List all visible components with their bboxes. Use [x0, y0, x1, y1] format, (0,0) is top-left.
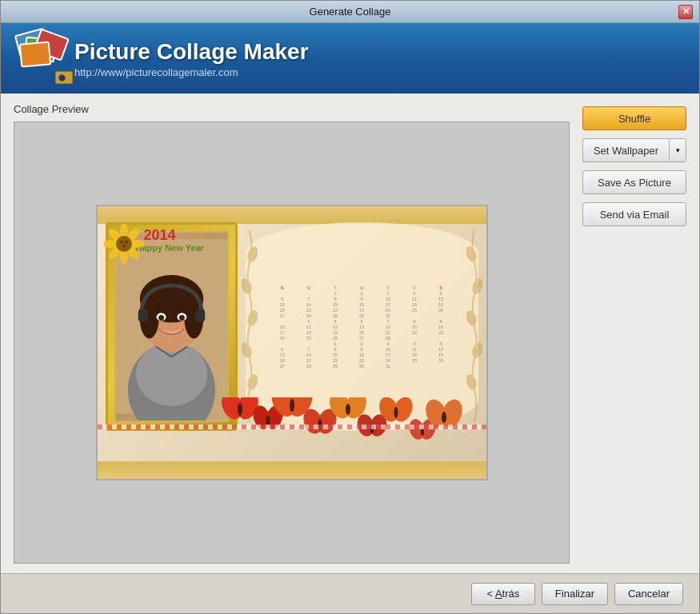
- preview-panel: Collage Preview: [14, 103, 570, 564]
- svg-point-24: [125, 241, 128, 244]
- cal-day-t1: T: [322, 285, 348, 290]
- cal-day-s1: S: [270, 285, 295, 290]
- svg-point-27: [242, 277, 254, 296]
- svg-point-26: [245, 245, 257, 264]
- svg-point-62: [442, 412, 446, 423]
- svg-point-11: [178, 315, 184, 321]
- vine-left-svg: [242, 230, 258, 422]
- window: Generate Collage ✕ Picture Collage Maker…: [0, 0, 700, 614]
- header-text: Picture Collage Maker http://www/picture…: [74, 38, 309, 79]
- bottom-decorative-strip: [98, 461, 486, 479]
- cal-day-t2: T: [375, 285, 401, 290]
- finalize-button[interactable]: Finalizar: [542, 583, 608, 605]
- cal-day-m: M: [296, 285, 322, 290]
- svg-rect-13: [195, 309, 205, 322]
- preview-label: Collage Preview: [14, 103, 570, 115]
- logo-camera-lens: [58, 74, 66, 82]
- shuffle-button[interactable]: Shuffle: [582, 106, 686, 130]
- wallpaper-wrapper: Set Wallpaper ▾: [582, 138, 686, 162]
- collage-image: 2014 Happy New Year: [96, 205, 488, 480]
- svg-point-56: [394, 407, 398, 418]
- titlebar: Generate Collage ✕: [1, 1, 699, 23]
- sunflower-decoration: [104, 224, 144, 266]
- app-url: http://www/picturecollagemaler.com: [74, 66, 309, 78]
- svg-point-34: [470, 341, 482, 360]
- collage-background: 2014 Happy New Year: [98, 206, 486, 479]
- vine-right-svg: [466, 230, 482, 422]
- svg-point-44: [290, 399, 294, 412]
- svg-point-38: [238, 403, 242, 416]
- footer-bar: < Atrás Finalizar Cancelar: [1, 573, 699, 613]
- action-panel: Shuffle Set Wallpaper ▾ Save As Picture …: [582, 103, 686, 564]
- svg-point-31: [466, 245, 478, 264]
- main-content: Collage Preview: [1, 94, 699, 573]
- app-logo: [17, 31, 74, 86]
- svg-point-23: [120, 241, 123, 244]
- greeting-text: Happy New Year: [136, 243, 204, 253]
- butterfly-decoration: [202, 397, 486, 461]
- back-label: < Atrás: [486, 588, 519, 600]
- window-title: Generate Collage: [22, 6, 678, 18]
- svg-point-22: [116, 236, 132, 252]
- cancel-button[interactable]: Cancelar: [614, 583, 683, 605]
- year-text: 2014: [144, 227, 176, 244]
- back-button[interactable]: < Atrás: [471, 583, 535, 605]
- send-via-email-button[interactable]: Send via Email: [582, 202, 686, 226]
- svg-point-35: [466, 373, 478, 392]
- svg-point-29: [242, 341, 254, 360]
- zigzag-strip: [98, 425, 486, 429]
- cal-day-s2: S: [428, 285, 454, 290]
- svg-rect-12: [138, 309, 147, 322]
- svg-point-28: [245, 309, 257, 328]
- calendar-grid: S M T W T F S 12345 6789101112 131415: [270, 285, 454, 369]
- svg-point-32: [470, 277, 482, 296]
- app-title: Picture Collage Maker: [74, 38, 309, 66]
- header-banner: Picture Collage Maker http://www/picture…: [1, 23, 699, 94]
- logo-camera: [55, 71, 73, 84]
- wallpaper-dropdown-button[interactable]: ▾: [669, 138, 686, 162]
- close-button[interactable]: ✕: [678, 5, 693, 19]
- preview-box: 2014 Happy New Year: [14, 122, 570, 564]
- svg-point-10: [158, 315, 164, 321]
- save-as-picture-button[interactable]: Save As Picture: [582, 170, 686, 194]
- butterflies-svg: [202, 397, 486, 461]
- top-decorative-strip: [98, 206, 486, 224]
- set-wallpaper-button[interactable]: Set Wallpaper: [582, 138, 669, 162]
- logo-card-orange: [19, 41, 51, 67]
- svg-point-25: [122, 245, 126, 248]
- svg-point-30: [245, 373, 257, 392]
- svg-point-33: [466, 309, 478, 328]
- svg-point-50: [346, 404, 350, 415]
- cal-day-f: F: [402, 285, 427, 290]
- cal-day-w: W: [349, 285, 374, 290]
